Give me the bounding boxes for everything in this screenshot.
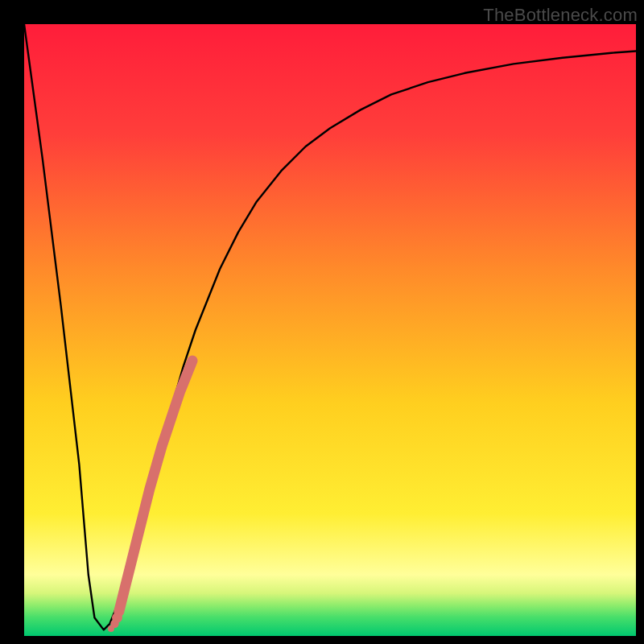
curve-layer: [24, 24, 636, 636]
watermark-text: TheBottleneck.com: [483, 5, 638, 26]
plot-area: [24, 24, 636, 636]
chart-frame: TheBottleneck.com: [0, 0, 644, 644]
highlight-segment: [119, 361, 192, 612]
highlight-dot: [112, 613, 122, 623]
bottleneck-curve: [24, 24, 636, 630]
